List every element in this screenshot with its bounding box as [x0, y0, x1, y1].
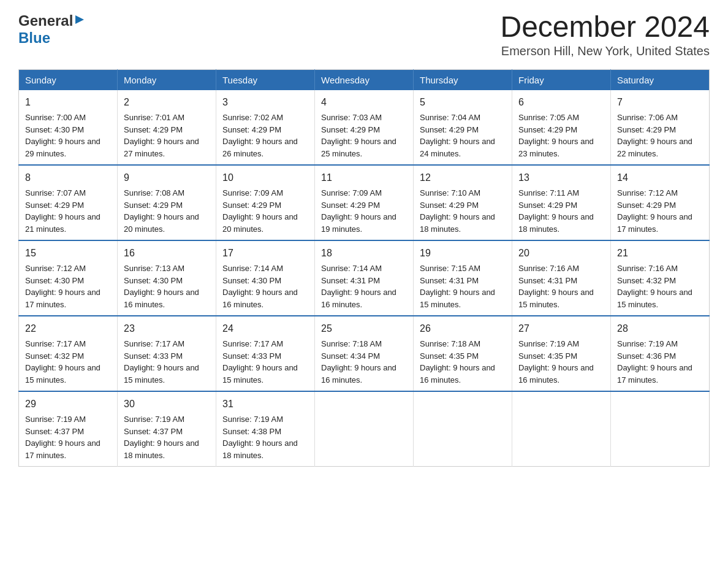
day-number: 12: [420, 170, 506, 185]
calendar-cell: 29Sunrise: 7:19 AMSunset: 4:37 PMDayligh…: [19, 391, 118, 467]
calendar-cell: 17Sunrise: 7:14 AMSunset: 4:30 PMDayligh…: [216, 240, 315, 316]
daylight-info: Daylight: 9 hours and 16 minutes.: [321, 363, 396, 385]
calendar-cell: 8Sunrise: 7:07 AMSunset: 4:29 PMDaylight…: [19, 165, 118, 240]
page-header: General Blue December 2024 Emerson Hill,…: [18, 12, 710, 58]
day-number: 22: [25, 321, 111, 336]
sunset-info: Sunset: 4:35 PM: [420, 351, 479, 361]
sunset-info: Sunset: 4:38 PM: [222, 427, 281, 436]
calendar-cell: 3Sunrise: 7:02 AMSunset: 4:29 PMDaylight…: [216, 90, 315, 165]
day-number: 24: [222, 321, 308, 336]
calendar-week-1: 1Sunrise: 7:00 AMSunset: 4:30 PMDaylight…: [19, 90, 710, 165]
sunrise-info: Sunrise: 7:19 AM: [222, 415, 283, 424]
calendar-cell: 13Sunrise: 7:11 AMSunset: 4:29 PMDayligh…: [512, 165, 611, 240]
calendar-cell: [414, 391, 512, 467]
daylight-info: Daylight: 9 hours and 20 minutes.: [222, 212, 298, 234]
calendar-table: SundayMondayTuesdayWednesdayThursdayFrid…: [18, 69, 710, 467]
day-number: 14: [617, 170, 703, 185]
daylight-info: Daylight: 9 hours and 17 minutes.: [617, 212, 692, 234]
calendar-week-4: 22Sunrise: 7:17 AMSunset: 4:32 PMDayligh…: [19, 316, 710, 391]
calendar-cell: 22Sunrise: 7:17 AMSunset: 4:32 PMDayligh…: [19, 316, 118, 391]
calendar-cell: 12Sunrise: 7:10 AMSunset: 4:29 PMDayligh…: [414, 165, 512, 240]
sunrise-info: Sunrise: 7:06 AM: [617, 113, 678, 122]
day-number: 26: [420, 321, 506, 336]
sunset-info: Sunset: 4:31 PM: [518, 276, 577, 285]
calendar-cell: 25Sunrise: 7:18 AMSunset: 4:34 PMDayligh…: [315, 316, 414, 391]
sunset-info: Sunset: 4:33 PM: [222, 351, 281, 361]
calendar-cell: 5Sunrise: 7:04 AMSunset: 4:29 PMDaylight…: [414, 90, 512, 165]
sunrise-info: Sunrise: 7:11 AM: [518, 188, 579, 197]
calendar-cell: 31Sunrise: 7:19 AMSunset: 4:38 PMDayligh…: [216, 391, 315, 467]
sunrise-info: Sunrise: 7:01 AM: [124, 113, 184, 122]
sunrise-info: Sunrise: 7:19 AM: [124, 415, 184, 424]
daylight-info: Daylight: 9 hours and 20 minutes.: [124, 212, 199, 234]
calendar-cell: 11Sunrise: 7:09 AMSunset: 4:29 PMDayligh…: [315, 165, 414, 240]
day-number: 28: [617, 321, 703, 336]
daylight-info: Daylight: 9 hours and 15 minutes.: [25, 363, 100, 385]
calendar-cell: 18Sunrise: 7:14 AMSunset: 4:31 PMDayligh…: [315, 240, 414, 316]
daylight-info: Daylight: 9 hours and 15 minutes.: [420, 288, 495, 309]
sunrise-info: Sunrise: 7:04 AM: [420, 113, 480, 122]
sunrise-info: Sunrise: 7:16 AM: [518, 264, 579, 273]
logo: General Blue: [18, 12, 85, 47]
calendar-cell: [315, 391, 414, 467]
logo-blue-text: Blue: [18, 29, 50, 47]
sunset-info: Sunset: 4:29 PM: [222, 125, 281, 134]
calendar-cell: 7Sunrise: 7:06 AMSunset: 4:29 PMDaylight…: [611, 90, 710, 165]
daylight-info: Daylight: 9 hours and 16 minutes.: [321, 288, 396, 309]
location-subtitle: Emerson Hill, New York, United States: [500, 44, 710, 58]
day-number: 20: [518, 246, 604, 261]
sunrise-info: Sunrise: 7:14 AM: [321, 264, 382, 273]
sunset-info: Sunset: 4:30 PM: [25, 125, 84, 134]
calendar-cell: 2Sunrise: 7:01 AMSunset: 4:29 PMDaylight…: [118, 90, 216, 165]
sunrise-info: Sunrise: 7:13 AM: [124, 264, 184, 273]
sunrise-info: Sunrise: 7:17 AM: [222, 339, 283, 348]
calendar-cell: 15Sunrise: 7:12 AMSunset: 4:30 PMDayligh…: [19, 240, 118, 316]
sunset-info: Sunset: 4:37 PM: [124, 427, 183, 436]
daylight-info: Daylight: 9 hours and 18 minutes.: [124, 439, 199, 460]
sunrise-info: Sunrise: 7:16 AM: [617, 264, 678, 273]
sunset-info: Sunset: 4:29 PM: [222, 201, 281, 210]
sunrise-info: Sunrise: 7:07 AM: [25, 188, 86, 197]
calendar-header-friday: Friday: [512, 70, 611, 91]
daylight-info: Daylight: 9 hours and 16 minutes.: [420, 363, 495, 385]
day-number: 2: [124, 95, 210, 110]
calendar-header-row: SundayMondayTuesdayWednesdayThursdayFrid…: [19, 70, 710, 91]
sunset-info: Sunset: 4:29 PM: [518, 125, 577, 134]
calendar-cell: 27Sunrise: 7:19 AMSunset: 4:35 PMDayligh…: [512, 316, 611, 391]
day-number: 7: [617, 95, 703, 110]
sunset-info: Sunset: 4:29 PM: [321, 201, 380, 210]
sunrise-info: Sunrise: 7:17 AM: [25, 339, 86, 348]
sunrise-info: Sunrise: 7:12 AM: [617, 188, 678, 197]
month-title: December 2024: [500, 12, 710, 42]
sunrise-info: Sunrise: 7:02 AM: [222, 113, 283, 122]
daylight-info: Daylight: 9 hours and 17 minutes.: [25, 288, 100, 309]
calendar-header-sunday: Sunday: [19, 70, 118, 91]
calendar-cell: [611, 391, 710, 467]
sunset-info: Sunset: 4:35 PM: [518, 351, 577, 361]
day-number: 13: [518, 170, 604, 185]
calendar-cell: 16Sunrise: 7:13 AMSunset: 4:30 PMDayligh…: [118, 240, 216, 316]
sunrise-info: Sunrise: 7:08 AM: [124, 188, 184, 197]
day-number: 9: [124, 170, 210, 185]
sunset-info: Sunset: 4:37 PM: [25, 427, 84, 436]
logo-general-text: General: [18, 12, 73, 29]
day-number: 3: [222, 95, 308, 110]
sunset-info: Sunset: 4:29 PM: [321, 125, 380, 134]
sunrise-info: Sunrise: 7:19 AM: [617, 339, 678, 348]
sunset-info: Sunset: 4:29 PM: [617, 125, 676, 134]
day-number: 5: [420, 95, 506, 110]
day-number: 17: [222, 246, 308, 261]
calendar-week-5: 29Sunrise: 7:19 AMSunset: 4:37 PMDayligh…: [19, 391, 710, 467]
sunset-info: Sunset: 4:29 PM: [25, 201, 84, 210]
day-number: 15: [25, 246, 111, 261]
daylight-info: Daylight: 9 hours and 15 minutes.: [518, 288, 594, 309]
day-number: 18: [321, 246, 407, 261]
day-number: 6: [518, 95, 604, 110]
calendar-cell: 23Sunrise: 7:17 AMSunset: 4:33 PMDayligh…: [118, 316, 216, 391]
calendar-cell: 19Sunrise: 7:15 AMSunset: 4:31 PMDayligh…: [414, 240, 512, 316]
calendar-week-3: 15Sunrise: 7:12 AMSunset: 4:30 PMDayligh…: [19, 240, 710, 316]
day-number: 10: [222, 170, 308, 185]
calendar-header-thursday: Thursday: [414, 70, 512, 91]
sunset-info: Sunset: 4:29 PM: [124, 201, 183, 210]
sunset-info: Sunset: 4:29 PM: [124, 125, 183, 134]
